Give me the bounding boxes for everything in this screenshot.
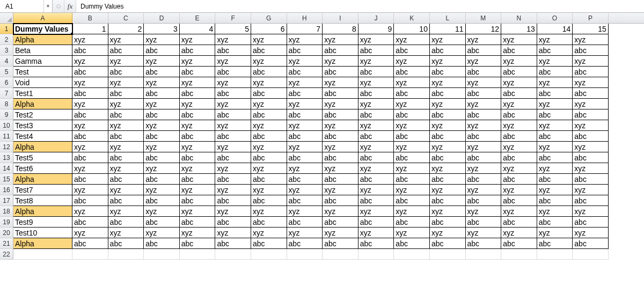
cell[interactable]: xyz bbox=[287, 77, 323, 88]
cell[interactable]: abc bbox=[323, 217, 358, 228]
cell[interactable]: abc bbox=[287, 174, 323, 185]
cell[interactable]: xyz bbox=[215, 185, 251, 195]
cell[interactable]: xyz bbox=[430, 99, 466, 109]
cell[interactable]: abc bbox=[251, 45, 287, 56]
cell[interactable]: abc bbox=[501, 174, 537, 185]
cell[interactable]: abc bbox=[466, 109, 502, 120]
cell[interactable] bbox=[430, 249, 466, 260]
cell[interactable]: abc bbox=[466, 238, 502, 249]
cell[interactable] bbox=[13, 249, 72, 260]
cell[interactable]: abc bbox=[144, 217, 180, 228]
cell[interactable]: xyz bbox=[108, 228, 144, 238]
row-header[interactable]: 15 bbox=[0, 174, 13, 185]
cell[interactable]: xyz bbox=[180, 206, 216, 217]
cell[interactable]: xyz bbox=[537, 163, 573, 174]
cell[interactable]: xyz bbox=[215, 99, 251, 109]
cell[interactable]: abc bbox=[72, 109, 108, 120]
cell[interactable]: xyz bbox=[358, 142, 394, 152]
cell[interactable]: abc bbox=[358, 109, 394, 120]
column-header[interactable]: H bbox=[287, 13, 323, 23]
cell[interactable]: abc bbox=[108, 131, 144, 142]
cell[interactable]: 10 bbox=[394, 24, 430, 34]
cell[interactable]: abc bbox=[358, 45, 394, 56]
fx-icon[interactable]: fx bbox=[64, 0, 76, 12]
cell[interactable]: abc bbox=[144, 45, 180, 56]
cell[interactable]: xyz bbox=[323, 142, 358, 152]
cell[interactable]: xyz bbox=[501, 163, 537, 174]
cell[interactable] bbox=[501, 249, 537, 260]
cell[interactable]: abc bbox=[180, 174, 216, 185]
cell[interactable]: xyz bbox=[251, 120, 287, 131]
cell[interactable]: abc bbox=[323, 45, 358, 56]
cell[interactable]: abc bbox=[215, 131, 251, 142]
cell[interactable]: xyz bbox=[287, 34, 323, 45]
cell[interactable]: xyz bbox=[430, 142, 466, 152]
cell[interactable]: abc bbox=[108, 195, 144, 206]
cell[interactable]: abc bbox=[466, 45, 502, 56]
cell[interactable]: xyz bbox=[323, 77, 358, 88]
cell[interactable] bbox=[394, 249, 430, 260]
cell[interactable]: abc bbox=[358, 131, 394, 142]
cell[interactable]: 12 bbox=[466, 24, 502, 34]
cell[interactable]: abc bbox=[537, 238, 573, 249]
cell[interactable]: xyz bbox=[287, 99, 323, 109]
cell[interactable]: xyz bbox=[394, 56, 430, 67]
cell[interactable]: xyz bbox=[573, 56, 609, 67]
cell[interactable]: abc bbox=[358, 217, 394, 228]
cell[interactable]: Test2 bbox=[13, 109, 72, 120]
cell[interactable]: xyz bbox=[323, 206, 358, 217]
cell[interactable]: abc bbox=[358, 174, 394, 185]
cell[interactable]: Test bbox=[13, 67, 72, 77]
cell[interactable]: abc bbox=[394, 45, 430, 56]
cell[interactable]: abc bbox=[72, 174, 108, 185]
cell[interactable]: xyz bbox=[251, 206, 287, 217]
cell[interactable]: abc bbox=[501, 109, 537, 120]
cell[interactable]: Alpha bbox=[13, 238, 72, 249]
cell[interactable]: xyz bbox=[287, 185, 323, 195]
cell[interactable]: abc bbox=[466, 152, 502, 163]
row-header[interactable]: 3 bbox=[0, 45, 13, 56]
cell[interactable]: abc bbox=[287, 67, 323, 77]
row-header[interactable]: 2 bbox=[0, 34, 13, 45]
cell[interactable]: abc bbox=[501, 152, 537, 163]
cell[interactable]: xyz bbox=[537, 120, 573, 131]
cell[interactable]: xyz bbox=[251, 185, 287, 195]
cell[interactable]: abc bbox=[215, 217, 251, 228]
cell[interactable] bbox=[251, 249, 287, 260]
row-header[interactable]: 20 bbox=[0, 228, 13, 238]
cell[interactable]: abc bbox=[144, 174, 180, 185]
cell[interactable]: abc bbox=[323, 131, 358, 142]
cell[interactable]: abc bbox=[251, 67, 287, 77]
cell[interactable]: abc bbox=[394, 217, 430, 228]
cell[interactable]: xyz bbox=[394, 99, 430, 109]
cell[interactable]: xyz bbox=[72, 163, 108, 174]
cell[interactable]: abc bbox=[251, 238, 287, 249]
cell[interactable]: xyz bbox=[430, 185, 466, 195]
row-header[interactable]: 14 bbox=[0, 163, 13, 174]
cell[interactable]: xyz bbox=[358, 228, 394, 238]
cell[interactable]: abc bbox=[573, 217, 609, 228]
cell[interactable]: xyz bbox=[501, 142, 537, 152]
cell[interactable]: abc bbox=[358, 67, 394, 77]
cell[interactable]: xyz bbox=[537, 34, 573, 45]
cell[interactable]: xyz bbox=[394, 142, 430, 152]
cell[interactable]: xyz bbox=[466, 34, 502, 45]
cell[interactable]: abc bbox=[215, 88, 251, 99]
cell[interactable]: abc bbox=[466, 67, 502, 77]
cell[interactable]: abc bbox=[251, 152, 287, 163]
cell[interactable]: abc bbox=[144, 67, 180, 77]
cell[interactable]: xyz bbox=[251, 77, 287, 88]
cell[interactable]: xyz bbox=[72, 206, 108, 217]
cell[interactable]: abc bbox=[537, 195, 573, 206]
cell[interactable]: Gamma bbox=[13, 56, 72, 67]
cell[interactable]: xyz bbox=[466, 120, 502, 131]
cell[interactable]: xyz bbox=[466, 142, 502, 152]
cell[interactable]: xyz bbox=[323, 34, 358, 45]
cell[interactable]: xyz bbox=[573, 120, 609, 131]
cell[interactable]: abc bbox=[430, 131, 466, 142]
row-header[interactable]: 10 bbox=[0, 120, 13, 131]
cell[interactable]: abc bbox=[394, 238, 430, 249]
cell[interactable]: abc bbox=[430, 238, 466, 249]
select-all-corner[interactable] bbox=[0, 13, 13, 23]
cell[interactable]: xyz bbox=[394, 163, 430, 174]
